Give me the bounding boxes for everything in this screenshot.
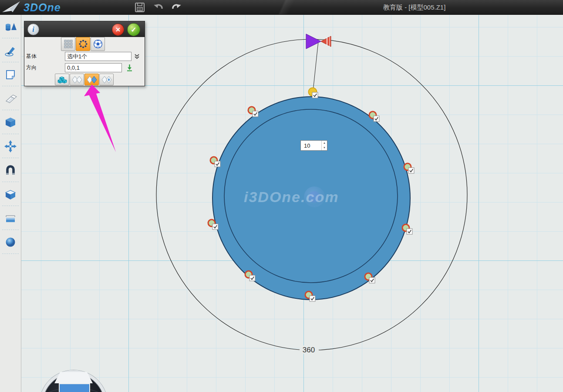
pattern-dialog: i ✕ ✓ xyxy=(24,21,145,86)
cancel-button[interactable]: ✕ xyxy=(112,24,124,36)
direction-label: 方向 xyxy=(26,64,65,71)
info-icon[interactable]: i xyxy=(27,24,39,35)
titlebar: 3DOne 教育版 - [模型005.Z1] xyxy=(0,0,563,15)
sketch-pen-tool[interactable] xyxy=(0,38,21,62)
sphere-pattern-icon xyxy=(93,39,103,49)
redo-icon[interactable] xyxy=(171,2,182,13)
shell-box-tool[interactable] xyxy=(0,182,21,206)
handle-leader-line xyxy=(313,41,318,91)
solid-cube-tool[interactable] xyxy=(0,110,21,134)
pattern-geometry-option[interactable] xyxy=(55,74,69,85)
cubes-icon xyxy=(57,75,67,84)
app-logo: 3DOne xyxy=(1,0,92,14)
instance-count-spinner[interactable]: ▲ ▼ xyxy=(300,140,327,151)
ok-button[interactable]: ✓ xyxy=(127,23,140,36)
paper-plane-icon xyxy=(2,1,20,12)
left-toolbar xyxy=(0,14,21,392)
pick-direction-icon[interactable] xyxy=(126,64,133,71)
save-icon[interactable] xyxy=(134,2,145,13)
eraser-tool[interactable] xyxy=(0,86,21,110)
pattern-variant-3-option[interactable] xyxy=(99,74,114,85)
pattern-instance-marker[interactable] xyxy=(210,157,220,167)
sweep-angle-label: 360 xyxy=(300,345,319,354)
sphere-pattern-tab[interactable] xyxy=(91,37,105,51)
circular-pattern-icon xyxy=(78,39,88,49)
view-navigation-ball[interactable] xyxy=(40,370,108,392)
watermark: i3DOne.com xyxy=(244,186,339,207)
base-field-row: 基体 xyxy=(26,52,140,61)
diamond-blue-diamond-icon xyxy=(86,75,98,84)
diamond-core-icon xyxy=(101,75,112,84)
linear-pattern-tab[interactable] xyxy=(61,37,75,51)
viewcube-top-face[interactable] xyxy=(54,372,93,383)
pattern-instance-marker[interactable] xyxy=(248,107,258,117)
document-title: 教育版 - [模型005.Z1] xyxy=(383,3,445,12)
move-tool[interactable] xyxy=(0,134,21,158)
sphere-render-tool[interactable] xyxy=(0,230,21,254)
base-label: 基体 xyxy=(26,53,65,60)
spinner-up-icon[interactable]: ▲ xyxy=(322,141,327,145)
pattern-variant-1-option[interactable] xyxy=(70,74,84,85)
viewcube-front-face[interactable] xyxy=(59,383,90,392)
pattern-option-buttons xyxy=(55,74,114,85)
pattern-variant-2-option[interactable] xyxy=(84,74,99,85)
pattern-type-tabs xyxy=(61,37,105,51)
sketch-plane-tool[interactable] xyxy=(0,62,21,86)
section-bar-tool[interactable] xyxy=(0,206,21,230)
direction-field-row: 方向 xyxy=(26,63,133,72)
primitives-tool[interactable] xyxy=(0,14,21,38)
svg-text:360: 360 xyxy=(303,346,315,354)
app-name: 3DOne xyxy=(24,1,61,14)
spinner-down-icon[interactable]: ▼ xyxy=(322,145,327,150)
circular-pattern-tab[interactable] xyxy=(76,37,90,51)
magnet-tool[interactable] xyxy=(0,158,21,182)
undo-icon[interactable] xyxy=(153,2,164,13)
dialog-header[interactable]: i ✕ ✓ xyxy=(24,21,145,37)
base-input[interactable] xyxy=(65,52,131,61)
svg-text:i3DOne.com: i3DOne.com xyxy=(244,189,339,205)
expand-chevron-icon[interactable] xyxy=(134,54,140,59)
linear-pattern-icon xyxy=(64,39,73,49)
instance-count-input[interactable] xyxy=(301,141,321,150)
titlebar-swoosh xyxy=(187,0,388,14)
rotation-handle[interactable] xyxy=(306,34,331,49)
direction-input[interactable] xyxy=(65,63,122,72)
two-diamonds-icon xyxy=(71,75,83,84)
